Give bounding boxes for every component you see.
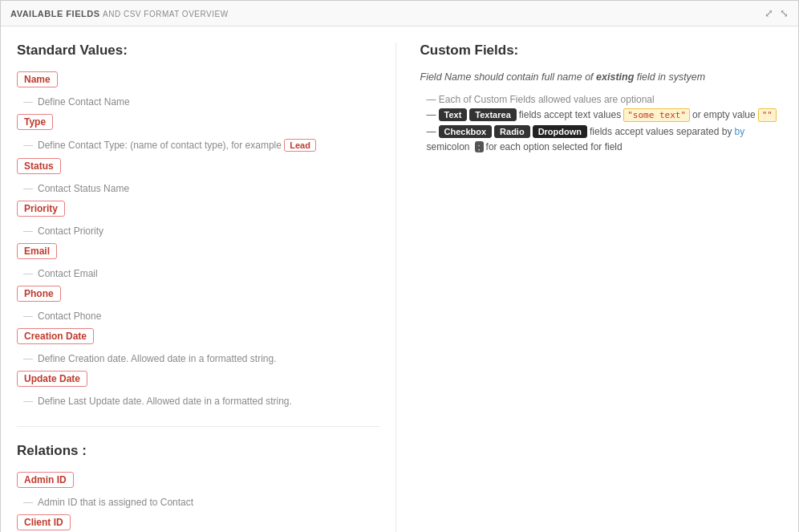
semicolon-tag: ; (475, 141, 484, 152)
tag-update-date: Update Date (17, 371, 87, 387)
tag-status: Status (17, 158, 61, 174)
custom-section-title: Custom Fields: (420, 43, 783, 59)
desc-creation-date: Define Creation date. Allowed date in a … (23, 353, 379, 364)
title-sub: AND CSV FORMAT OVERVIEW (103, 10, 229, 18)
standard-section-title: Standard Values: (17, 43, 379, 59)
minimize-icon[interactable]: ⤢ (765, 7, 773, 19)
desc-priority: Contact Priority (23, 225, 379, 237)
desc-status: Contact Status Name (23, 183, 379, 194)
desc-admin-id: Admin ID that is assigned to Contact (23, 497, 379, 508)
desc-phone: Contact Phone (23, 311, 379, 322)
desc-update-date: Define Last Update date. Allowed date in… (23, 396, 379, 407)
relations-title: Relations : (17, 443, 379, 459)
field-status: Status Contact Status Name (17, 158, 379, 194)
field-client-id: Client ID Client ID that is assigned to … (17, 514, 379, 532)
tag-phone: Phone (17, 286, 61, 302)
field-type: Type Define Contact Type: (name of conta… (17, 114, 379, 152)
maximize-icon[interactable]: ⤡ (780, 7, 789, 19)
radio-tag: Radio (494, 125, 530, 138)
tag-name: Name (17, 71, 58, 87)
lead-tag: Lead (284, 139, 316, 152)
checkbox-tag: Checkbox (439, 125, 493, 138)
right-panel: Custom Fields: Field Name should contain… (396, 43, 783, 532)
field-admin-id: Admin ID Admin ID that is assigned to Co… (17, 472, 379, 508)
tag-client-id: Client ID (17, 514, 71, 530)
tag-creation-date: Creation Date (17, 328, 94, 344)
custom-note: Field Name should contain full name of e… (420, 71, 783, 83)
empty-value: "" (758, 108, 777, 122)
title-main: AVAILABLE FIELDS (10, 9, 99, 18)
tag-admin-id: Admin ID (17, 472, 74, 488)
custom-rule1: — Each of Custom Fields allowed values a… (427, 94, 783, 105)
field-priority: Priority Contact Priority (17, 201, 379, 237)
field-creation-date: Creation Date Define Creation date. Allo… (17, 328, 379, 364)
titlebar: AVAILABLE FIELDS AND CSV FORMAT OVERVIEW… (1, 1, 798, 26)
titlebar-title: AVAILABLE FIELDS AND CSV FORMAT OVERVIEW (10, 9, 229, 18)
tag-priority: Priority (17, 201, 65, 217)
titlebar-icons: ⤢ ⤡ (765, 7, 789, 19)
some-text-value: "some text" (623, 108, 690, 122)
field-update-date: Update Date Define Last Update date. All… (17, 371, 379, 407)
custom-rule2: — Text Textarea fields accept text value… (427, 108, 783, 122)
custom-rule3: — Checkbox Radio Dropdown fields accept … (427, 125, 783, 152)
dropdown-tag: Dropdown (533, 125, 587, 138)
tag-type: Type (17, 114, 53, 130)
content-area: Standard Values: Name Define Contact Nam… (1, 26, 798, 532)
desc-type: Define Contact Type: (name of contact ty… (23, 139, 379, 152)
field-phone: Phone Contact Phone (17, 286, 379, 322)
tag-email: Email (17, 243, 57, 259)
main-window: AVAILABLE FIELDS AND CSV FORMAT OVERVIEW… (0, 0, 799, 532)
field-email: Email Contact Email (17, 243, 379, 279)
relations-section: Relations : Admin ID Admin ID that is as… (17, 426, 379, 532)
desc-name: Define Contact Name (23, 96, 379, 108)
textarea-tag: Textarea (469, 108, 516, 121)
desc-email: Contact Email (23, 268, 379, 279)
left-panel: Standard Values: Name Define Contact Nam… (17, 43, 396, 532)
field-name: Name Define Contact Name (17, 71, 379, 108)
text-tag: Text (439, 108, 468, 121)
